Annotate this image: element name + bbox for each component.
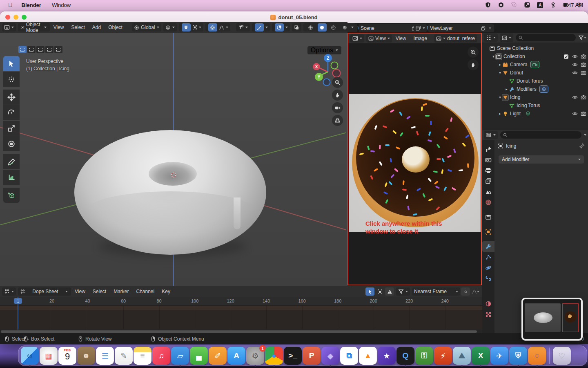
settings-dock-icon[interactable]: ⚙1	[246, 347, 264, 365]
dopesheet-mode-select[interactable]: Dope Sheet	[18, 287, 71, 296]
viewport-3d[interactable]: OptionsUser Perspective(1) Collection | …	[0, 33, 347, 286]
keepass-dock-icon[interactable]: ⚿	[415, 347, 433, 365]
dopesheet-menu-select[interactable]: Select	[89, 289, 110, 294]
dopesheet-menu-view[interactable]: View	[71, 289, 89, 294]
viewport-menu-object[interactable]: Object	[105, 25, 126, 30]
excel-dock-icon[interactable]: X	[472, 347, 490, 365]
viewport-menu-select[interactable]: Select	[67, 25, 88, 30]
properties-tab-particles[interactable]	[482, 252, 494, 263]
transform-tool-button[interactable]	[3, 136, 20, 151]
viewport-menu-view[interactable]: View	[50, 25, 68, 30]
object-visibility-button[interactable]	[236, 23, 250, 31]
appstore-dock-icon[interactable]: A	[227, 347, 245, 365]
outliner-row-donut[interactable]: ▾Donut	[482, 69, 588, 77]
properties-search-input[interactable]	[500, 131, 581, 139]
properties-tab-texture[interactable]	[482, 309, 494, 320]
overlays-button[interactable]	[272, 23, 290, 31]
keynote-dock-icon[interactable]: ▱	[171, 347, 189, 365]
disable-render-camera-icon[interactable]	[580, 111, 586, 117]
disclosure-closed-icon[interactable]: ▸	[498, 112, 502, 116]
keying-interp-button[interactable]	[471, 287, 480, 296]
obsidian-dock-icon[interactable]: ◆	[321, 347, 339, 365]
checkbox-icon[interactable]	[563, 54, 569, 60]
horizontal-scrollbar[interactable]	[1, 330, 477, 333]
properties-tab-tool[interactable]	[482, 144, 494, 155]
outliner-row-camera[interactable]: ▸Camera	[482, 61, 588, 69]
minimize-button[interactable]	[13, 15, 18, 20]
zoom-button[interactable]	[22, 15, 27, 20]
hide-eye-icon[interactable]	[572, 62, 578, 68]
terminal-dock-icon[interactable]: >_	[284, 347, 302, 365]
properties-tab-render[interactable]	[482, 155, 494, 165]
preview-dock-icon[interactable]: ⛰	[453, 347, 471, 365]
pivot-point-button[interactable]	[163, 23, 177, 31]
viewlayer-selector[interactable]: ViewLayer	[414, 24, 494, 32]
outliner-row-collection[interactable]: ▾Collection	[482, 52, 588, 61]
window-titlebar[interactable]: donut_05.blend	[0, 11, 588, 23]
disclosure-open-icon[interactable]: ▾	[498, 95, 502, 99]
launchpad-dock-icon[interactable]: ▦	[40, 347, 58, 365]
outliner-row-icing-torus[interactable]: Icing Torus	[482, 101, 588, 110]
properties-tab-object[interactable]	[482, 227, 494, 237]
viewport-menu-add[interactable]: Add	[89, 25, 105, 30]
pin-icon[interactable]	[579, 143, 585, 149]
cam-data-badge-icon[interactable]	[531, 61, 539, 68]
viewlayer-type-button[interactable]	[414, 24, 427, 32]
copy-icon[interactable]	[481, 26, 486, 31]
hide-eye-icon[interactable]	[572, 94, 578, 101]
outliner-type-button[interactable]	[484, 34, 498, 42]
imovie-dock-icon[interactable]: ★	[378, 347, 396, 365]
show-errors-toggle[interactable]	[385, 287, 394, 296]
properties-tab-collection[interactable]	[482, 212, 494, 222]
trash-dock-icon[interactable]: ♡	[553, 347, 571, 365]
playhead[interactable]	[18, 297, 18, 330]
gizmos-button[interactable]	[252, 23, 270, 31]
properties-tab-view-layer[interactable]	[482, 176, 494, 186]
contacts-dock-icon[interactable]: ☻	[77, 347, 95, 365]
dopesheet-menu-key[interactable]: Key	[158, 289, 174, 294]
cursor-tool-button[interactable]	[3, 72, 20, 87]
vscode-dock-icon[interactable]: ⧉	[340, 347, 358, 365]
add-cube-tool-button[interactable]	[3, 188, 20, 203]
notes-dock-icon[interactable]: ≡	[134, 347, 151, 365]
dopesheet-filter-button[interactable]	[396, 287, 410, 296]
disclosure-open-icon[interactable]: ▾	[498, 71, 502, 75]
hide-eye-icon[interactable]	[572, 111, 578, 117]
apple-menu-icon[interactable]: 	[8, 2, 13, 8]
image-menu-view[interactable]: View	[392, 36, 410, 41]
calendar-dock-icon[interactable]: FEB9	[58, 347, 76, 365]
selected-only-icon[interactable]	[375, 287, 384, 296]
pan-button[interactable]	[332, 90, 343, 101]
image-zoom-button[interactable]	[468, 47, 479, 58]
dopesheet-menu-channel[interactable]: Channel	[133, 289, 158, 294]
editor-type-button[interactable]	[2, 23, 16, 31]
outliner-search-input[interactable]	[516, 34, 576, 41]
outliner-row-modifiers[interactable]: ▸Modifiers	[482, 85, 588, 93]
select-mode-0[interactable]	[18, 46, 27, 53]
select-mode-3[interactable]	[45, 46, 53, 53]
zoom-button[interactable]	[332, 77, 343, 88]
hexagon-icon[interactable]	[498, 2, 504, 8]
disable-render-camera-icon[interactable]	[580, 70, 586, 76]
powerpoint-dock-icon[interactable]: P	[303, 347, 321, 365]
disclosure-open-icon[interactable]: ▾	[491, 54, 496, 58]
disable-render-camera-icon[interactable]	[580, 54, 586, 60]
menubar-app-name[interactable]: Blender	[22, 2, 41, 8]
bird-dock-icon[interactable]: ✈	[490, 347, 508, 365]
measure-tool-button[interactable]	[3, 170, 20, 185]
pages-dock-icon[interactable]: ✐	[209, 347, 227, 365]
outliner-row-scene-collection[interactable]: Scene Collection	[482, 44, 588, 52]
auto-key-button[interactable]	[461, 287, 470, 296]
disclosure-closed-icon[interactable]: ▸	[498, 63, 502, 67]
properties-tab-world[interactable]	[482, 197, 494, 208]
select-mode-1[interactable]	[27, 46, 36, 53]
disable-render-camera-icon[interactable]	[580, 62, 586, 68]
image-menu-image[interactable]: Image	[410, 36, 431, 41]
input-source-icon[interactable]: A	[537, 2, 543, 8]
donut-model[interactable]	[74, 126, 270, 261]
properties-tab-scene[interactable]	[482, 186, 494, 197]
only-selected-toggle[interactable]	[365, 287, 374, 296]
vlc-dock-icon[interactable]: ▲	[359, 347, 377, 365]
numbers-dock-icon[interactable]: ▄	[190, 347, 208, 365]
proportional-edit-button[interactable]	[205, 23, 230, 31]
